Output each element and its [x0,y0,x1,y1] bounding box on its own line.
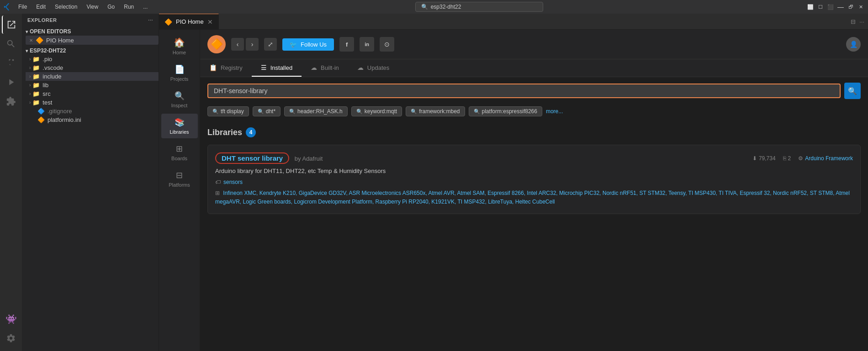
filter-platform[interactable]: 🔍 platform:espressif8266 [469,106,542,116]
open-editor-pio-home[interactable]: ✕ 🔶 PIO Home [26,36,159,45]
follow-us-btn[interactable]: 🐦 Follow Us [282,38,334,51]
chip-label: header:RH_ASK.h [297,108,343,115]
activity-settings[interactable] [2,329,20,347]
github-btn[interactable]: ⊙ [380,37,394,52]
tab-label: PIO Home [176,18,204,25]
chip-search-icon: 🔍 [289,109,296,115]
platforms-grid-icon: ⊞ [215,190,220,196]
folder-test[interactable]: › 📁 test [26,98,159,107]
more-icon[interactable]: ··· [859,18,864,25]
folder-lib[interactable]: › 📁 lib [26,81,159,89]
maximize-btn[interactable]: 🗗 [847,3,854,10]
filter-dht[interactable]: 🔍 dht* [253,106,281,116]
filter-chips-bar: 🔍 tft display 🔍 dht* 🔍 header:RH_ASK.h 🔍… [200,105,868,120]
search-input[interactable] [214,87,834,94]
menu-file[interactable]: File [15,3,31,11]
pio-nav-platforms[interactable]: ⊟ Platforms [161,167,198,191]
pio-nav-home[interactable]: 🏠 Home [161,33,198,59]
minimize-btn[interactable]: — [837,3,844,10]
tab-updates[interactable]: ☁ Updates [348,59,398,77]
search-button[interactable]: 🔍 [844,83,861,99]
facebook-btn[interactable]: f [339,37,354,52]
split-editor-icon[interactable]: ⊟ [851,18,856,25]
folder-pio[interactable]: › 📁 .pio [26,55,159,63]
downloads-meta: ⬇ 79,734 [752,155,776,162]
tab-bar-actions: ⊟ ··· [851,18,868,25]
folder-src[interactable]: › 📁 src [26,89,159,98]
pio-nav-projects[interactable]: 📄 Projects [161,61,198,85]
menu-edit[interactable]: Edit [32,3,49,11]
editor-tab-bar: 🔶 PIO Home ✕ ⊟ ··· [159,14,868,30]
open-editors-header[interactable]: ▾ OPEN EDITORS [22,27,159,36]
registry-label: Registry [221,64,243,71]
filter-mqtt[interactable]: 🔍 keyword:mqtt [351,106,402,116]
layout-btn2[interactable]: ☐ [817,3,824,10]
search-btn-icon: 🔍 [848,87,857,95]
tag-sensors[interactable]: sensors [223,179,243,185]
file-gitignore[interactable]: 🔷 .gitignore [26,107,159,115]
menu-more[interactable]: ... [139,3,151,11]
explorer-actions: ··· [148,17,153,23]
project-header[interactable]: ▾ ESP32-DHT22 [22,47,159,55]
folder-vscode[interactable]: › 📁 .vscode [26,63,159,72]
tab-close-icon[interactable]: ✕ [207,18,213,26]
library-card: DHT sensor library by Adafruit ⬇ 79,734 [207,145,861,214]
library-author: by Adafruit [295,155,323,162]
filter-framework[interactable]: 🔍 framework:mbed [406,106,465,116]
projects-label: Projects [170,76,189,82]
browser-nav: ‹ › [231,38,259,51]
activity-extensions[interactable] [2,92,20,110]
activity-search[interactable] [2,35,20,53]
inspect-label: Inspect [171,103,187,108]
filter-header[interactable]: 🔍 header:RH_ASK.h [284,106,348,116]
folder-name: include [42,73,61,80]
more-actions-icon[interactable]: ··· [148,17,153,23]
close-editor-icon[interactable]: ✕ [29,38,33,43]
more-filters-link[interactable]: more... [546,108,563,115]
menu-selection[interactable]: Selection [51,3,81,11]
layout-btn3[interactable]: ⬛ [827,3,834,10]
tab-registry[interactable]: 📋 Registry [200,59,252,77]
folder-include[interactable]: › 📁 include [26,72,159,81]
pio-header: 🔶 ‹ › ⤢ 🐦 Follow Us f in [200,30,868,59]
folder-icon: 📁 [32,82,40,89]
pio-home-content: 🏠 Home 📄 Projects 🔍 Inspect 📚 Libraries … [159,30,868,351]
menu-go[interactable]: Go [104,3,118,11]
framework-meta: ⚙ Arduino Framework [798,155,853,162]
library-description: Arduino library for DHT11, DHT22, etc Te… [215,168,853,174]
activity-run[interactable] [2,73,20,91]
project-section: ▾ ESP32-DHT22 › 📁 .pio › 📁 .vscode › 📁 i [22,46,159,125]
pio-nav-libraries[interactable]: 📚 Libraries [161,114,198,138]
menu-view[interactable]: View [83,3,102,11]
library-tags: 🏷 sensors [215,179,853,185]
tab-pio-home[interactable]: 🔶 PIO Home ✕ [159,14,219,30]
tag-icon: 🏷 [215,179,221,185]
framework-label: Arduino Framework [805,155,853,162]
expand-btn[interactable]: ⤢ [264,38,277,51]
updates-icon: ☁ [357,64,364,71]
nav-back-btn[interactable]: ‹ [231,38,244,51]
activity-alien[interactable]: 👾 [2,310,20,328]
layout-btn[interactable]: ⬜ [807,3,814,10]
explorer-header: EXPLORER ··· [22,14,159,26]
platforms-list: Infineon XMC, Kendryte K210, GigaDevice … [215,190,850,205]
library-name[interactable]: DHT sensor library [215,152,289,164]
pio-nav-inspect[interactable]: 🔍 Inspect [161,87,198,112]
file-platformio-ini[interactable]: 🔶 platformio.ini [26,115,159,124]
search-input-wrapper[interactable] [207,84,841,98]
activity-source-control[interactable] [2,54,20,72]
user-avatar[interactable]: 👤 [846,37,861,52]
tab-built-in[interactable]: ☁ Built-in [302,59,348,77]
close-btn[interactable]: ✕ [857,3,864,10]
activity-explorer[interactable] [2,16,20,34]
pio-nav-boards[interactable]: ⊞ Boards [161,140,198,165]
project-file-tree: › 📁 .pio › 📁 .vscode › 📁 include › 📁 [22,55,159,124]
nav-forward-btn[interactable]: › [246,38,259,51]
menu-run[interactable]: Run [120,3,138,11]
built-in-label: Built-in [321,64,339,71]
tab-installed[interactable]: ☰ Installed [252,59,302,77]
linkedin-btn[interactable]: in [360,37,374,52]
search-box[interactable]: 🔍 esp32-dht22 [415,2,543,12]
filter-tft-display[interactable]: 🔍 tft display [207,106,249,116]
download-icon: ⬇ [752,155,757,162]
